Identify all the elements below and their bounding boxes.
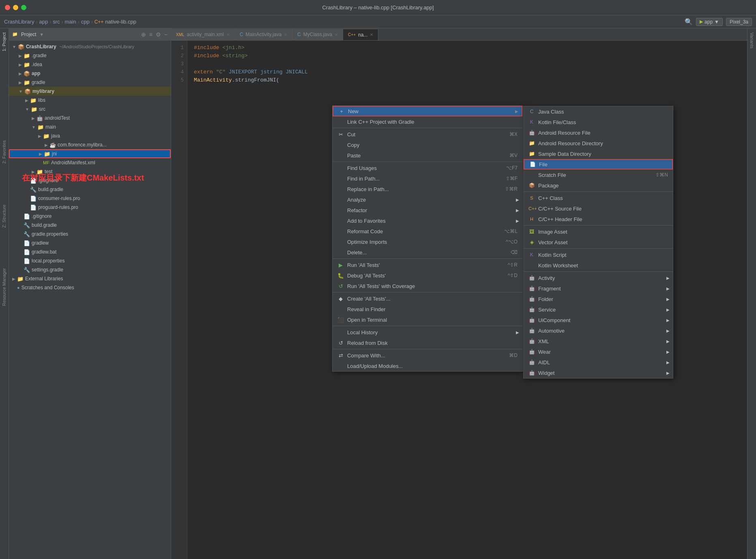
sub-kotlin-script[interactable]: K Kotlin Script <box>524 249 673 260</box>
tree-item-jni[interactable]: ▶ 📁 jni <box>9 149 171 158</box>
sub-uicomponent[interactable]: 🤖 UiComponent <box>524 315 673 325</box>
tab-close-activity-main[interactable]: ✕ <box>226 32 230 37</box>
tree-item-gitignore-lib[interactable]: ▶ 📄 .gitignore <box>9 176 171 185</box>
sub-java-class[interactable]: C Java Class <box>524 106 673 117</box>
ctx-new[interactable]: + New ▶ <box>333 106 522 116</box>
tree-item-gradlew[interactable]: ▶ 📄 gradlew <box>9 239 171 247</box>
ctx-create-tests[interactable]: ◆ Create 'All Tests'... <box>333 293 522 304</box>
sub-package[interactable]: 📦 Package <box>524 180 673 191</box>
tree-item-java[interactable]: ▶ 📁 java <box>9 131 171 140</box>
context-menu[interactable]: + New ▶ Link C++ Project with Gradle ✂ C… <box>332 105 523 372</box>
ctx-local-history[interactable]: Local History <box>333 327 522 338</box>
tree-item-manifest[interactable]: ▶ MF AndroidManifest.xml <box>9 158 171 167</box>
ctx-compare[interactable]: ⇄ Compare With... ⌘D <box>333 350 522 361</box>
tree-item-gitignore-root[interactable]: ▶ 📄 .gitignore <box>9 212 171 221</box>
ctx-optimize-imports[interactable]: Optimize Imports ^⌥O <box>333 236 522 247</box>
tree-item-external-libs[interactable]: ▶ 📁 External Libraries <box>9 274 171 283</box>
tree-item-package[interactable]: ▶ ☕ com.florence.mylibra... <box>9 140 171 149</box>
tree-item-idea[interactable]: ▶ 📁 .idea <box>9 60 171 69</box>
tab-close-mainactivity[interactable]: ✕ <box>284 32 287 37</box>
ctx-add-favorites[interactable]: Add to Favorites <box>333 215 522 226</box>
sub-fragment[interactable]: 🤖 Fragment <box>524 283 673 294</box>
tree-item-local-props[interactable]: ▶ 📄 local.properties <box>9 256 171 265</box>
tree-item-gradle-folder[interactable]: ▶ 📁 gradle <box>9 78 171 87</box>
minimize-button[interactable] <box>13 5 18 10</box>
ctx-paste[interactable]: Paste ⌘V <box>333 150 522 161</box>
tree-item-consumer-rules[interactable]: ▶ 📄 consumer-rules.pro <box>9 194 171 203</box>
ctx-link-cpp[interactable]: Link C++ Project with Gradle <box>333 116 522 127</box>
sub-cpp-source[interactable]: C++ C/C++ Source File <box>524 203 673 214</box>
traffic-lights[interactable] <box>5 5 26 10</box>
tree-root[interactable]: ▼ 📦 CrashLibrary ~/AndroidStudioProjects… <box>9 42 171 51</box>
ctx-reveal-finder[interactable]: Reveal in Finder <box>333 304 522 314</box>
ctx-reload-disk[interactable]: ↺ Reload from Disk <box>333 338 522 348</box>
tab-close-native[interactable]: ✕ <box>370 32 373 37</box>
tree-item-src[interactable]: ▼ 📁 src <box>9 105 171 114</box>
ctx-copy[interactable]: Copy <box>333 140 522 150</box>
device-selector[interactable]: Pixel_3a <box>726 18 752 26</box>
maximize-button[interactable] <box>21 5 26 10</box>
tree-item-mylibrary[interactable]: ▼ 📦 mylibrary <box>9 87 171 96</box>
breadcrumb-src[interactable]: src <box>53 19 60 25</box>
ctx-load-modules[interactable]: Load/Upload Modules... <box>333 361 522 371</box>
ctx-find-path[interactable]: Find in Path... ⇧⌘F <box>333 173 522 184</box>
panel-locate-icon[interactable]: ⊕ <box>141 31 146 38</box>
sub-file[interactable]: 📄 File <box>524 159 673 170</box>
tree-item-androidtest[interactable]: ▶ 🤖 androidTest <box>9 114 171 123</box>
panel-settings-icon[interactable]: ⚙ <box>156 31 161 38</box>
navigation-icon[interactable]: 🔍 <box>685 18 693 26</box>
ctx-refactor[interactable]: Refactor <box>333 205 522 215</box>
ctx-cut[interactable]: ✂ Cut ⌘X <box>333 129 522 140</box>
breadcrumb-main[interactable]: main <box>64 19 76 25</box>
tab-activity-main[interactable]: XML activity_main.xml ✕ <box>171 29 235 40</box>
tree-item-app[interactable]: ▶ 📦 app <box>9 69 171 78</box>
new-submenu[interactable]: C Java Class K Kotlin File/Class 🤖 Andro… <box>523 106 673 378</box>
sidebar-tab-project[interactable]: 1: Project <box>0 28 9 55</box>
tree-item-libs[interactable]: ▶ 📁 libs <box>9 96 171 105</box>
tree-item-gradle-properties[interactable]: ▶ 🔧 gradle.properties <box>9 230 171 239</box>
sub-kotlin-file[interactable]: K Kotlin File/Class <box>524 117 673 127</box>
tree-item-test[interactable]: ▶ 📁 test <box>9 167 171 176</box>
ctx-run-tests[interactable]: ▶ Run 'All Tests' ^⇧R <box>333 260 522 270</box>
sub-aidl[interactable]: 🤖 AIDL <box>524 357 673 368</box>
tree-item-buildgradle-root[interactable]: ▶ 🔧 build.gradle <box>9 221 171 230</box>
panel-collapse-icon[interactable]: ≡ <box>149 31 152 38</box>
ctx-analyze[interactable]: Analyze <box>333 194 522 205</box>
sidebar-tab-structure[interactable]: Z: Structure <box>0 200 9 232</box>
sub-image-asset[interactable]: 🖼 Image Asset <box>524 226 673 237</box>
sub-kotlin-worksheet[interactable]: Kotlin Worksheet <box>524 260 673 271</box>
ctx-run-coverage[interactable]: ↺ Run 'All Tests' with Coverage <box>333 281 522 291</box>
sub-cpp-class[interactable]: S C++ Class <box>524 193 673 203</box>
sub-vector-asset[interactable]: ◈ Vector Asset <box>524 237 673 247</box>
panel-dropdown-icon[interactable]: ▼ <box>39 32 44 37</box>
sub-android-res-file[interactable]: 🤖 Android Resource File <box>524 127 673 138</box>
sidebar-tab-resource[interactable]: Resource Manager <box>0 264 9 310</box>
tab-close-myclass[interactable]: ✕ <box>335 32 338 37</box>
tree-item-main[interactable]: ▼ 📁 main <box>9 123 171 131</box>
sub-wear[interactable]: 🤖 Wear <box>524 346 673 357</box>
sub-automotive[interactable]: 🤖 Automotive <box>524 325 673 336</box>
sub-cpp-header[interactable]: H C/C++ Header File <box>524 214 673 224</box>
ctx-open-terminal[interactable]: ⬛ Open in Terminal <box>333 314 522 325</box>
tree-item-gradle-dir[interactable]: ▶ 📁 .gradle <box>9 51 171 60</box>
right-tab-variants[interactable]: Variants <box>747 28 756 53</box>
tree-item-settings-gradle[interactable]: ▶ 🔧 settings.gradle <box>9 265 171 274</box>
sub-service[interactable]: 🤖 Service <box>524 304 673 315</box>
panel-minimize-icon[interactable]: − <box>164 31 168 38</box>
tree-item-gradlew-bat[interactable]: ▶ 📄 gradlew.bat <box>9 247 171 256</box>
ctx-reformat[interactable]: Reformat Code ⌥⌘L <box>333 226 522 236</box>
breadcrumb-app[interactable]: app <box>39 19 48 25</box>
breadcrumb-cpp[interactable]: cpp <box>81 19 90 25</box>
sidebar-tab-favorites[interactable]: 2: Favorites <box>0 136 9 168</box>
close-button[interactable] <box>5 5 10 10</box>
sub-xml[interactable]: 🤖 XML <box>524 336 673 346</box>
ctx-find-usages[interactable]: Find Usages ⌥F7 <box>333 163 522 173</box>
sub-sample-data[interactable]: 📁 Sample Data Directory <box>524 148 673 159</box>
sub-activity[interactable]: 🤖 Activity <box>524 273 673 283</box>
sub-widget[interactable]: 🤖 Widget <box>524 368 673 378</box>
ctx-replace-path[interactable]: Replace in Path... ⇧⌘R <box>333 184 522 194</box>
sub-folder[interactable]: 🤖 Folder <box>524 294 673 304</box>
sub-scratch-file[interactable]: Scratch File ⇧⌘N <box>524 170 673 180</box>
tree-item-buildgradle-lib[interactable]: ▶ 🔧 build.gradle <box>9 185 171 194</box>
breadcrumb-crashlibrary[interactable]: CrashLibrary <box>4 19 34 25</box>
